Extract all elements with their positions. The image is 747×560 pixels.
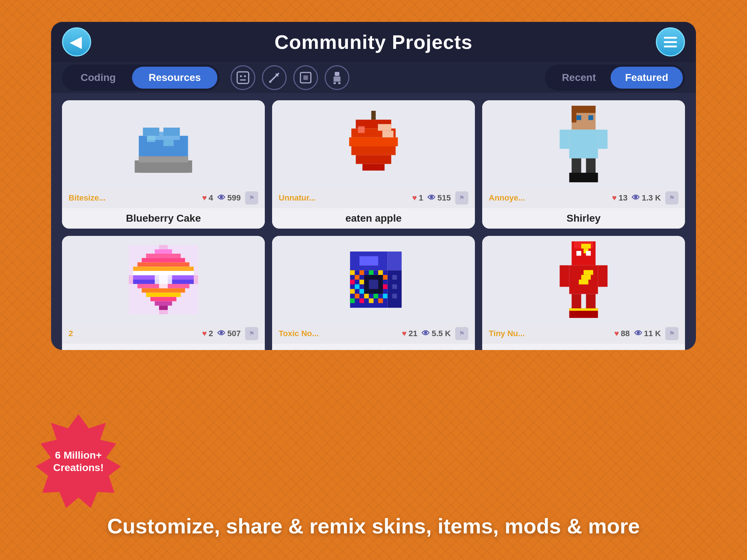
svg-rect-53: [138, 262, 190, 267]
svg-rect-33: [382, 131, 393, 137]
svg-rect-84: [383, 284, 388, 289]
svg-rect-50: [155, 249, 172, 254]
svg-rect-14: [338, 82, 340, 84]
project-card-flash[interactable]: Tiny Nu... ♥ 88 👁 11 K ⚑ Flash: [482, 236, 685, 350]
flag-button-jukebox[interactable]: ⚑: [455, 327, 468, 340]
card-footer-blueberry-cake: Bitesize... ♥ 4 👁 599 ⚑: [62, 188, 265, 208]
menu-button[interactable]: [656, 27, 685, 57]
card-likes-jukebox: ♥ 21: [402, 329, 418, 338]
card-title-blueberry-cake: Blueberry Cake: [62, 208, 265, 229]
heart-icon-2: ♥: [412, 193, 417, 203]
project-card-shirley[interactable]: Annoye... ♥ 13 👁 1.3 K ⚑ Shirley: [482, 100, 685, 229]
box-icon-button[interactable]: [293, 65, 318, 90]
eye-icon-2: 👁: [427, 193, 436, 203]
svg-rect-71: [369, 270, 374, 275]
svg-rect-20: [163, 128, 180, 136]
card-footer-crystal-pearl: 2 ♥ 2 👁 507 ⚑: [62, 323, 265, 344]
jukebox-art: [341, 245, 406, 314]
card-author-eaten-apple: Unnatur...: [279, 193, 408, 203]
face-icon-button[interactable]: [231, 65, 255, 90]
card-title-eaten-apple: eaten apple: [272, 208, 475, 229]
project-card-jukebox[interactable]: Toxic No... ♥ 21 👁 5.5 K ⚑ Jukebox: [272, 236, 475, 350]
svg-rect-103: [388, 252, 402, 270]
heart-icon: ♥: [202, 193, 207, 203]
svg-rect-3: [240, 79, 246, 80]
tab-resources[interactable]: Resources: [132, 67, 217, 89]
card-likes-blueberry-cake: ♥ 4: [202, 193, 213, 203]
card-likes-eaten-apple: ♥ 1: [412, 193, 423, 203]
svg-rect-10: [303, 75, 308, 80]
main-window: ◀ Community Projects Coding Resources: [51, 22, 696, 350]
svg-rect-1: [240, 75, 242, 77]
card-image-jukebox: [272, 236, 475, 323]
card-title-shirley: Shirley: [482, 208, 685, 229]
svg-rect-46: [584, 173, 598, 182]
tagline: Customize, share & remix skins, items, m…: [0, 514, 747, 538]
svg-rect-39: [588, 115, 593, 120]
card-author-shirley: Annoye...: [489, 193, 608, 203]
svg-rect-32: [378, 124, 391, 131]
svg-rect-113: [579, 280, 588, 284]
svg-rect-90: [364, 294, 369, 299]
category-tabs: Coding Resources: [62, 65, 220, 91]
heart-icon-3: ♥: [612, 193, 617, 203]
sword-icon: [267, 71, 281, 85]
flag-button-eaten-apple[interactable]: ⚑: [455, 191, 468, 205]
card-footer-flash: Tiny Nu... ♥ 88 👁 11 K ⚑: [482, 323, 685, 344]
card-likes-flash: ♥ 88: [614, 329, 630, 338]
project-card-crystal-pearl[interactable]: 2 ♥ 2 👁 507 ⚑ crystal pearl: [62, 236, 265, 350]
svg-rect-52: [142, 258, 185, 262]
svg-rect-21: [147, 136, 155, 142]
svg-rect-89: [355, 294, 360, 299]
face-icon: [236, 71, 250, 85]
menu-line-1: [664, 37, 677, 39]
svg-rect-67: [359, 256, 378, 266]
svg-rect-59: [142, 288, 185, 293]
flag-button-shirley[interactable]: ⚑: [665, 191, 678, 205]
card-views-blueberry-cake: 👁 599: [217, 193, 241, 203]
svg-rect-45: [569, 173, 584, 182]
filter-recent[interactable]: Recent: [547, 67, 610, 89]
svg-rect-101: [392, 284, 397, 289]
svg-rect-77: [350, 280, 355, 284]
card-footer-jukebox: Toxic No... ♥ 21 👁 5.5 K ⚑: [272, 323, 475, 344]
flash-art: [554, 241, 613, 318]
svg-rect-11: [334, 72, 339, 76]
eye-icon-6: 👁: [634, 329, 642, 338]
svg-rect-37: [572, 106, 576, 122]
svg-rect-106: [581, 244, 591, 249]
heart-icon-6: ♥: [614, 329, 619, 338]
project-card-eaten-apple[interactable]: Unnatur... ♥ 1 👁 515 ⚑ eaten apple: [272, 100, 475, 229]
projects-grid: Bitesize... ♥ 4 👁 599 ⚑ Blueberry Cake: [51, 93, 696, 350]
card-footer-shirley: Annoye... ♥ 13 👁 1.3 K ⚑: [482, 188, 685, 208]
back-button[interactable]: ◀: [62, 27, 91, 57]
flag-button-crystal-pearl[interactable]: ⚑: [245, 327, 258, 340]
player-icon-button[interactable]: [325, 65, 349, 90]
eye-icon-4: 👁: [217, 329, 225, 338]
flag-button-flash[interactable]: ⚑: [665, 327, 678, 340]
tagline-text: Customize, share & remix skins, items, m…: [107, 514, 640, 538]
starburst-text: 6 Million+Creations!: [46, 442, 111, 481]
svg-rect-108: [576, 251, 581, 256]
svg-rect-121: [584, 308, 598, 311]
filter-featured[interactable]: Featured: [611, 67, 683, 89]
card-likes-shirley: ♥ 13: [612, 193, 628, 203]
header: ◀ Community Projects: [51, 22, 696, 62]
card-author-crystal-pearl: 2: [69, 329, 198, 338]
card-image-flash: [482, 236, 685, 323]
sword-icon-button[interactable]: [262, 65, 287, 90]
flag-button-blueberry-cake[interactable]: ⚑: [245, 191, 258, 205]
eye-icon: 👁: [217, 193, 225, 203]
svg-rect-102: [392, 294, 397, 299]
svg-rect-70: [359, 270, 364, 275]
card-views-shirley: 👁 1.3 K: [632, 193, 661, 203]
svg-rect-13: [333, 82, 336, 84]
svg-rect-115: [598, 265, 607, 287]
eye-icon-5: 👁: [422, 329, 430, 338]
tab-coding[interactable]: Coding: [64, 67, 132, 89]
svg-rect-96: [378, 298, 383, 303]
svg-rect-95: [369, 298, 374, 303]
svg-rect-114: [560, 265, 569, 287]
svg-rect-19: [143, 128, 159, 136]
project-card-blueberry-cake[interactable]: Bitesize... ♥ 4 👁 599 ⚑ Blueberry Cake: [62, 100, 265, 229]
